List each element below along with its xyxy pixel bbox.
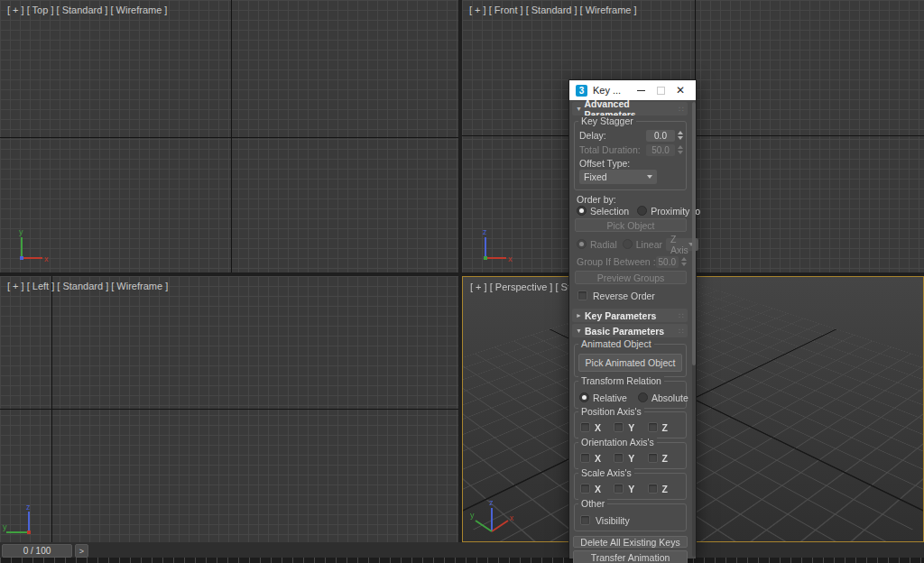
rollout-advanced-parameters[interactable]: ▼ Advanced Parameters ∷ (572, 102, 688, 115)
spinner-up-icon (678, 145, 683, 149)
proximity-radio[interactable] (637, 206, 647, 216)
absolute-radio-label[interactable]: Absolute (651, 392, 688, 403)
linear-radio (623, 239, 633, 249)
delay-field[interactable]: 0.0 (646, 130, 675, 142)
dialog-title: Key ... (593, 85, 631, 96)
svg-text:z: z (489, 498, 494, 507)
world-axis-line (231, 0, 232, 272)
delete-all-existing-keys-button[interactable]: Delete All Existing Keys (573, 536, 688, 548)
selection-radio[interactable] (577, 206, 587, 216)
dropdown-value: Z Axis (670, 234, 688, 255)
key-dialog-window: 3 Key ... ✕ ▼ Advanced Parameters ∷ Key … (568, 79, 697, 558)
selection-radio-label[interactable]: Selection (590, 206, 629, 217)
orientation-axes-group: Orientation Axis's X Y Z (574, 442, 687, 469)
axis-tripod-icon: z x y (470, 495, 515, 539)
axis-x-label: X (595, 484, 601, 494)
time-slider[interactable]: 0 / 100 > (0, 542, 924, 558)
scrollbar-thumb[interactable] (692, 102, 696, 365)
order-by-label: Order by: (577, 194, 616, 205)
position-y-checkbox[interactable] (614, 422, 624, 432)
panel-scrollbar[interactable] (692, 102, 696, 557)
dropdown-value: Fixed (584, 171, 607, 182)
maximize-button[interactable] (651, 82, 670, 98)
spinner-down-icon (678, 151, 683, 154)
svg-text:y: y (470, 511, 475, 520)
radial-radio-label: Radial (590, 239, 617, 250)
group-label: Other (578, 498, 607, 509)
group-label: Scale Axis's (578, 467, 634, 478)
spinner-arrows (681, 257, 687, 266)
scale-x-checkbox[interactable] (580, 484, 590, 494)
spinner-down-icon (681, 263, 687, 266)
chevron-right-icon: ► (576, 312, 585, 318)
axis-z-label: Z (662, 453, 668, 464)
pick-object-button: Pick Object (575, 218, 687, 232)
spinner-arrows (678, 145, 683, 154)
rollout-key-parameters[interactable]: ► Key Parameters ∷ (572, 309, 688, 322)
spinner-down-icon[interactable] (678, 136, 683, 140)
position-x-checkbox[interactable] (580, 422, 590, 432)
rollout-title: Basic Parameters (585, 326, 664, 337)
time-slider-handle[interactable]: 0 / 100 (2, 544, 72, 558)
position-z-checkbox[interactable] (648, 422, 658, 432)
close-icon: ✕ (676, 85, 685, 96)
total-duration-label: Total Duration: (579, 144, 641, 155)
svg-text:z: z (26, 503, 31, 512)
group-if-between-label: Group If Between : (577, 256, 656, 267)
spinner-arrows[interactable] (678, 131, 683, 140)
world-axis-line (0, 409, 458, 410)
svg-text:x: x (508, 254, 513, 263)
rollout-handle-icon: ∷ (679, 327, 684, 336)
close-button[interactable]: ✕ (670, 82, 690, 98)
track-bar[interactable] (0, 558, 924, 563)
reverse-order-checkbox[interactable] (578, 291, 587, 300)
group-label: Animated Object (578, 338, 654, 349)
group-label: Key Stagger (578, 115, 636, 126)
dialog-panel: ▼ Advanced Parameters ∷ Key Stagger Dela… (569, 100, 696, 558)
axis-z-label: Z (662, 484, 668, 494)
total-duration-field: 50.0 (646, 144, 675, 156)
group-label: Position Axis's (578, 406, 644, 417)
offset-type-dropdown[interactable]: Fixed (579, 170, 657, 184)
minimize-icon (637, 90, 645, 91)
axis-tripod-icon: z y (2, 502, 45, 541)
next-frame-button[interactable]: > (75, 544, 88, 558)
rollout-title: Key Parameters (585, 310, 656, 321)
dropdown-arrow-icon (647, 175, 652, 179)
scale-z-checkbox[interactable] (648, 484, 658, 494)
visibility-checkbox[interactable] (580, 515, 590, 525)
svg-text:z: z (483, 227, 487, 236)
chevron-down-icon: ▼ (576, 328, 585, 334)
rollout-basic-parameters[interactable]: ▼ Basic Parameters ∷ (572, 324, 688, 337)
delay-label: Delay: (579, 130, 606, 141)
svg-text:x: x (44, 254, 49, 263)
svg-text:y: y (19, 227, 23, 236)
orientation-x-checkbox[interactable] (580, 453, 590, 463)
radial-radio (577, 239, 587, 249)
viewport-top[interactable]: [ + ] [ Top ] [ Standard ] [ Wireframe ]… (0, 0, 458, 272)
orientation-y-checkbox[interactable] (614, 453, 624, 463)
axis-y-label: Y (628, 484, 634, 494)
axis-y-label: Y (628, 422, 634, 433)
minimize-button[interactable] (631, 82, 651, 98)
viewport-left[interactable]: [ + ] [ Left ] [ Standard ] [ Wireframe … (0, 276, 458, 542)
scale-axes-group: Scale Axis's X Y Z (574, 473, 687, 500)
absolute-radio[interactable] (638, 392, 648, 402)
viewport-label-front[interactable]: [ + ] [ Front ] [ Standard ] [ Wireframe… (469, 5, 637, 15)
reverse-order-label[interactable]: Reverse Order (593, 291, 655, 301)
viewport-label-top[interactable]: [ + ] [ Top ] [ Standard ] [ Wireframe ] (7, 5, 167, 15)
group-label: Transform Relation (578, 375, 664, 386)
relative-radio-label[interactable]: Relative (593, 392, 627, 403)
viewport-label-left[interactable]: [ + ] [ Left ] [ Standard ] [ Wireframe … (7, 281, 168, 291)
scale-y-checkbox[interactable] (614, 484, 624, 494)
other-group: Other Visibility (574, 503, 687, 531)
app-icon: 3 (576, 85, 587, 97)
transfer-animation-button[interactable]: Transfer Animation (573, 550, 688, 563)
viewport-grid (0, 0, 458, 272)
visibility-label[interactable]: Visibility (596, 515, 630, 526)
relative-radio[interactable] (579, 392, 589, 402)
pick-animated-object-button[interactable]: Pick Animated Object (578, 354, 682, 372)
spinner-up-icon[interactable] (678, 131, 683, 134)
position-axes-group: Position Axis's X Y Z (574, 411, 687, 438)
orientation-z-checkbox[interactable] (648, 453, 658, 463)
